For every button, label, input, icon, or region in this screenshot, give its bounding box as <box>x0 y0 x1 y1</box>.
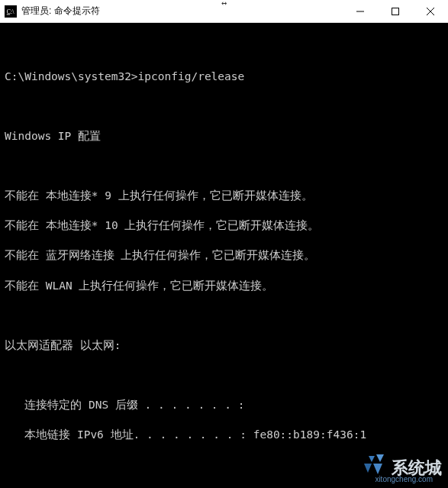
terminal-line <box>5 40 443 55</box>
svg-marker-10 <box>373 464 382 474</box>
window-title: 管理员: 命令提示符 <box>21 5 100 18</box>
svg-marker-8 <box>376 454 384 462</box>
error-line: 不能在 蓝牙网络连接 上执行任何操作，它已断开媒体连接。 <box>5 248 443 263</box>
cmd-icon: C:\ <box>5 5 17 18</box>
watermark-subtext: xitongcheng.com <box>375 475 433 483</box>
terminal-line <box>5 309 443 324</box>
svg-marker-7 <box>369 456 375 462</box>
error-line: 不能在 本地连接* 9 上执行任何操作，它已断开媒体连接。 <box>5 189 443 204</box>
maximize-button[interactable] <box>378 0 413 22</box>
svg-rect-4 <box>392 8 399 15</box>
prompt-line: C:\Windows\system32>ipconfig/release <box>5 69 443 85</box>
svg-marker-9 <box>364 464 372 473</box>
close-button[interactable] <box>413 0 448 22</box>
adapter-title: 以太网适配器 以太网: <box>5 338 443 354</box>
resize-handle-icon: ↔ <box>221 0 227 8</box>
terminal-line <box>5 99 443 115</box>
error-line: 不能在 WLAN 上执行任何操作，它已断开媒体连接。 <box>5 279 443 294</box>
adapter-field: 连接特定的 DNS 后缀 . . . . . . . : <box>5 398 443 413</box>
watermark: 系统城 xitongcheng.com <box>361 454 442 482</box>
terminal-line <box>5 159 443 174</box>
terminal-line <box>5 368 443 383</box>
ipconfig-header: Windows IP 配置 <box>5 129 443 144</box>
minimize-button[interactable] <box>343 0 378 22</box>
svg-text:C:\: C:\ <box>7 8 15 15</box>
adapter-field: 本地链接 IPv6 地址. . . . . . . . : fe80::b189… <box>5 428 443 443</box>
svg-rect-2 <box>7 14 10 15</box>
error-line: 不能在 本地连接* 10 上执行任何操作，它已断开媒体连接。 <box>5 218 443 234</box>
window-controls <box>343 0 448 22</box>
terminal-output[interactable]: C:\Windows\system32>ipconfig/release Win… <box>0 23 448 488</box>
